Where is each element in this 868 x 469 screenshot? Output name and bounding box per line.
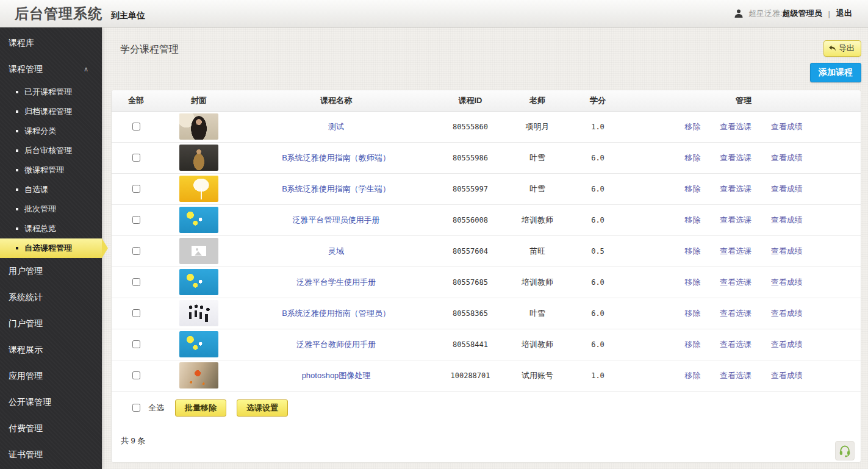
view-selection-link[interactable]: 查看选课 <box>720 340 751 349</box>
course-name-link[interactable]: 灵域 <box>328 246 344 256</box>
view-grades-link[interactable]: 查看成绩 <box>771 122 803 131</box>
sidebar-item[interactable]: 应用管理 <box>0 363 102 389</box>
view-selection-link[interactable]: 查看选课 <box>720 184 751 193</box>
course-cover-image[interactable] <box>179 331 218 357</box>
sidebar-item[interactable]: 用户管理 <box>0 258 102 284</box>
row-checkbox[interactable] <box>132 216 140 224</box>
course-cover-image[interactable] <box>179 300 218 326</box>
course-name-link[interactable]: B系统泛雅使用指南（管理员） <box>282 309 390 318</box>
row-checkbox[interactable] <box>132 123 140 131</box>
view-grades-link[interactable]: 查看成绩 <box>771 246 803 256</box>
course-name-link[interactable]: B系统泛雅使用指南（教师端） <box>282 153 390 162</box>
row-checkbox[interactable] <box>132 185 140 193</box>
row-checkbox[interactable] <box>132 247 140 255</box>
sidebar-item[interactable]: 批次管理 <box>0 199 102 219</box>
course-name-link[interactable]: 测试 <box>328 122 344 131</box>
course-cover-image[interactable] <box>179 362 218 388</box>
sidebar-item[interactable]: 系统统计 <box>0 284 102 310</box>
chevron-up-icon: ∧ <box>84 56 88 82</box>
course-name-link[interactable]: photoshop图像处理 <box>302 371 371 380</box>
table-wrapper: 全部 封面 课程名称 课程ID 老师 学分 管理 测试 80555860 项明月… <box>112 90 861 392</box>
sidebar-item[interactable]: 课程库 <box>0 30 102 56</box>
row-checkbox[interactable] <box>132 309 140 317</box>
row-checkbox[interactable] <box>132 340 140 348</box>
course-teacher: 试用账号 <box>506 360 569 391</box>
course-cover-image[interactable] <box>179 145 218 171</box>
course-name-link[interactable]: 泛雅平台教师使用手册 <box>296 340 376 349</box>
main-content: 学分课程管理 导出 添加课程 全部 封面 <box>102 27 868 469</box>
sidebar-item-label: 系统统计 <box>9 292 43 302</box>
sidebar-item-active[interactable]: 自选课程管理 <box>0 238 102 258</box>
sidebar-item[interactable]: 自选课 <box>0 180 102 199</box>
logout-link[interactable]: 退出 <box>836 8 852 19</box>
table-row: B系统泛雅使用指南（教师端） 80555986 叶雪 6.0 移除 查看选课 查… <box>112 142 861 173</box>
remove-link[interactable]: 移除 <box>684 309 700 318</box>
view-grades-link[interactable]: 查看成绩 <box>771 184 803 193</box>
sidebar-item-label: 归档课程管理 <box>24 107 72 116</box>
view-grades-link[interactable]: 查看成绩 <box>771 215 803 224</box>
row-checkbox[interactable] <box>132 154 140 162</box>
view-selection-link[interactable]: 查看选课 <box>720 246 751 256</box>
course-cover-image[interactable] <box>179 176 218 202</box>
select-all-checkbox[interactable] <box>132 404 140 412</box>
sidebar-item[interactable]: 门户管理 <box>0 310 102 337</box>
remove-link[interactable]: 移除 <box>684 122 700 131</box>
course-name-link[interactable]: B系统泛雅使用指南（学生端） <box>282 184 390 193</box>
bullet-icon <box>16 208 18 210</box>
course-credits: 6.0 <box>569 329 626 360</box>
view-selection-link[interactable]: 查看选课 <box>720 277 751 287</box>
sidebar-item[interactable]: 归档课程管理 <box>0 102 102 121</box>
view-grades-link[interactable]: 查看成绩 <box>771 309 803 318</box>
remove-link[interactable]: 移除 <box>684 153 700 162</box>
view-selection-link[interactable]: 查看选课 <box>720 122 751 131</box>
view-grades-link[interactable]: 查看成绩 <box>771 277 803 287</box>
bullet-icon <box>16 227 18 230</box>
sidebar-item[interactable]: 课程展示 <box>0 337 102 363</box>
remove-link[interactable]: 移除 <box>684 215 700 224</box>
view-selection-link[interactable]: 查看选课 <box>720 153 751 162</box>
column-header-credits: 学分 <box>569 90 626 111</box>
sidebar-item[interactable]: 课程总览 <box>0 219 102 238</box>
batch-remove-button[interactable]: 批量移除 <box>175 399 226 417</box>
page-layout: 课程库课程管理∧已开课程管理归档课程管理课程分类后台审核管理微课程管理自选课批次… <box>0 27 868 469</box>
sidebar-item[interactable]: 课程管理∧ <box>0 56 102 82</box>
table-header-row: 全部 封面 课程名称 课程ID 老师 学分 管理 <box>112 90 861 111</box>
sidebar-item[interactable]: 公开课管理 <box>0 389 102 415</box>
view-selection-link[interactable]: 查看选课 <box>720 215 751 224</box>
view-grades-link[interactable]: 查看成绩 <box>771 153 803 162</box>
batch-actions-bar: 全选 批量移除 选课设置 <box>112 392 861 417</box>
course-name-link[interactable]: 泛雅平台学生使用手册 <box>296 277 376 287</box>
export-button[interactable]: 导出 <box>823 40 861 57</box>
row-checkbox[interactable] <box>132 278 140 286</box>
remove-link[interactable]: 移除 <box>684 246 700 256</box>
sidebar-item[interactable]: 付费管理 <box>0 415 102 442</box>
course-table-panel: 全部 封面 课程名称 课程ID 老师 学分 管理 测试 80555860 项明月… <box>111 90 861 463</box>
row-checkbox[interactable] <box>132 371 140 379</box>
sidebar-item[interactable]: 后台审核管理 <box>0 141 102 160</box>
course-cover-image[interactable] <box>179 238 218 264</box>
view-selection-link[interactable]: 查看选课 <box>720 371 751 380</box>
main-unit-link[interactable]: 到主单位 <box>111 10 145 21</box>
selection-settings-button[interactable]: 选课设置 <box>237 399 288 417</box>
remove-link[interactable]: 移除 <box>684 340 700 349</box>
course-cover-image[interactable] <box>179 269 218 295</box>
sidebar-item-label: 证书管理 <box>9 449 43 459</box>
sidebar-item[interactable]: 证书管理 <box>0 442 102 468</box>
support-button[interactable] <box>835 441 855 460</box>
course-cover-image[interactable] <box>179 207 218 233</box>
course-cover-image[interactable] <box>179 113 218 140</box>
remove-link[interactable]: 移除 <box>684 277 700 287</box>
column-header-cover: 封面 <box>160 90 237 111</box>
add-course-button[interactable]: 添加课程 <box>810 63 861 82</box>
view-selection-link[interactable]: 查看选课 <box>720 309 751 318</box>
sidebar-item[interactable]: 已开课程管理 <box>0 82 102 102</box>
remove-link[interactable]: 移除 <box>684 184 700 193</box>
sidebar-item[interactable]: 课程分类 <box>0 121 102 141</box>
view-grades-link[interactable]: 查看成绩 <box>771 371 803 380</box>
view-grades-link[interactable]: 查看成绩 <box>771 340 803 349</box>
remove-link[interactable]: 移除 <box>684 371 700 380</box>
sidebar-item[interactable]: 微课程管理 <box>0 160 102 180</box>
course-name-link[interactable]: 泛雅平台管理员使用手册 <box>293 215 380 224</box>
bullet-icon <box>16 169 18 171</box>
sidebar-item-label: 自选课 <box>24 185 48 194</box>
